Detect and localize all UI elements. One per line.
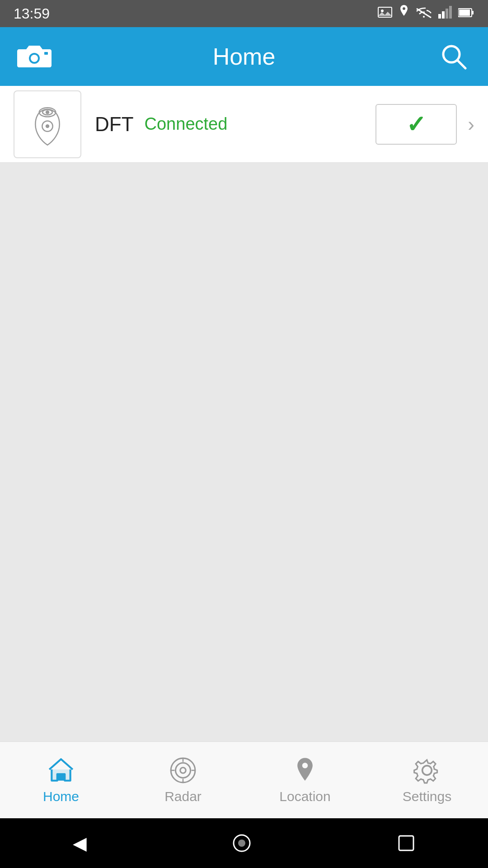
device-status: Connected — [145, 114, 228, 134]
svg-point-27 — [422, 765, 432, 775]
location-status-icon — [399, 5, 409, 23]
nav-item-home[interactable]: Home — [0, 756, 122, 804]
search-icon — [440, 43, 467, 70]
svg-point-17 — [46, 124, 49, 128]
svg-line-13 — [457, 60, 465, 68]
check-mark-icon: ✓ — [406, 111, 426, 138]
nav-item-settings[interactable]: Settings — [366, 756, 488, 804]
device-row: DFT Connected ✓ › — [0, 86, 488, 163]
svg-point-21 — [175, 763, 190, 778]
sys-recent-button[interactable] — [397, 834, 415, 852]
sys-back-button[interactable]: ◀ — [73, 833, 87, 854]
svg-rect-4 — [446, 9, 448, 19]
svg-rect-3 — [442, 11, 445, 19]
svg-point-10 — [31, 55, 38, 62]
status-icons — [378, 5, 474, 23]
nav-item-location[interactable]: Location — [244, 756, 366, 804]
search-button[interactable] — [436, 38, 472, 75]
app-bar-title: Home — [213, 43, 276, 70]
home-icon — [47, 756, 75, 784]
app-bar: Home — [0, 27, 488, 86]
svg-rect-7 — [472, 11, 474, 14]
nav-label-location: Location — [279, 789, 330, 804]
svg-rect-19 — [57, 774, 65, 780]
radar-icon — [169, 756, 197, 784]
camera-icon — [16, 42, 52, 71]
settings-icon — [413, 756, 441, 784]
device-icon-box — [14, 90, 81, 158]
svg-rect-5 — [449, 6, 452, 19]
device-detail-arrow[interactable]: › — [468, 113, 474, 136]
wifi-off-icon — [416, 6, 432, 22]
svg-rect-2 — [438, 14, 441, 19]
device-select-button[interactable]: ✓ — [375, 104, 457, 145]
svg-point-22 — [180, 767, 186, 773]
svg-point-1 — [381, 9, 384, 12]
image-icon — [378, 6, 392, 22]
nav-label-radar: Radar — [164, 789, 202, 804]
status-bar: 13:59 — [0, 0, 488, 27]
map-area — [0, 163, 488, 741]
sys-home-button[interactable] — [232, 833, 252, 853]
svg-rect-11 — [44, 52, 48, 55]
svg-rect-30 — [399, 836, 413, 850]
device-name: DFT — [95, 113, 134, 136]
svg-rect-8 — [459, 9, 470, 16]
svg-point-18 — [46, 110, 49, 114]
bottom-nav: Home Radar Location Settings — [0, 741, 488, 818]
nav-item-radar[interactable]: Radar — [122, 756, 244, 804]
nav-label-settings: Settings — [403, 789, 451, 804]
status-time: 13:59 — [14, 5, 50, 22]
system-nav-bar: ◀ — [0, 818, 488, 868]
battery-icon — [458, 6, 474, 21]
nav-label-home: Home — [43, 789, 79, 804]
location-icon — [291, 756, 319, 784]
signal-icon — [438, 6, 452, 22]
camera-button[interactable] — [16, 38, 52, 75]
tracker-icon — [25, 102, 70, 147]
svg-point-29 — [238, 840, 245, 847]
